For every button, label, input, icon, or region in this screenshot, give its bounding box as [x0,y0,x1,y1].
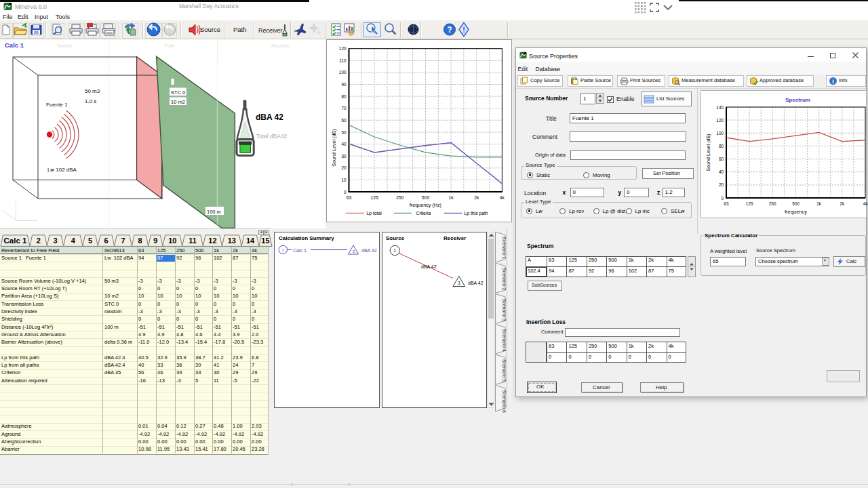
svg-text:120: 120 [716,118,724,123]
svg-text:100: 100 [716,131,724,136]
svg-text:2k: 2k [840,201,845,206]
svg-text:1k: 1k [816,201,822,206]
svg-text:20: 20 [719,182,724,187]
svg-text:60: 60 [719,157,724,161]
svg-text:500: 500 [792,201,800,206]
svg-text:140: 140 [716,105,724,110]
svg-text:250: 250 [769,201,776,206]
svg-text:40: 40 [719,169,724,174]
svg-text:4k: 4k [863,201,868,206]
svg-text:Sound Level (dB): Sound Level (dB) [705,134,711,171]
svg-text:125: 125 [746,201,753,206]
svg-text:Spectrum: Spectrum [785,97,810,103]
svg-text:frequency: frequency [785,209,807,215]
svg-text:0: 0 [721,196,724,201]
svg-text:63: 63 [724,201,729,206]
svg-text:80: 80 [719,144,724,148]
